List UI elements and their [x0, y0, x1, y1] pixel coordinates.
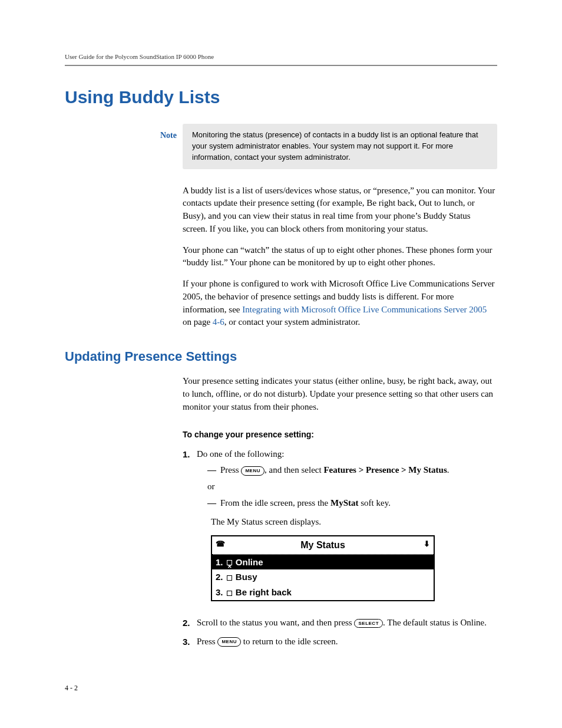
intro-p3-pageref[interactable]: 4-6 [213, 317, 224, 327]
row2-num: 2. [216, 572, 223, 582]
scroll-down-icon: ⬇ [424, 539, 430, 550]
status-row-3: 3. Be right back [212, 585, 434, 600]
select-button-icon: SELECT [354, 619, 383, 628]
step-3-b: to return to the idle screen. [241, 637, 338, 646]
step-1: 1. Do one of the following: — Press MENU… [183, 448, 497, 611]
section-title: Using Buddy Lists [65, 87, 497, 107]
note-box: Note Monitoring the status (presence) of… [183, 124, 497, 169]
step-3-a: Press [197, 637, 217, 646]
row1-num: 1. [216, 557, 223, 567]
intro-p1: A buddy list is a list of users/devices … [183, 185, 497, 236]
header-rule [65, 65, 497, 66]
step-1-opt1: — Press MENU, and then select Features >… [207, 464, 497, 477]
dash-icon: — [207, 464, 220, 477]
menu-button-icon: MENU [217, 637, 241, 647]
intro-p3-link[interactable]: Integrating with Microsoft Office Live C… [242, 305, 487, 314]
opt1-b: , and then select [265, 465, 323, 475]
row1-label: Online [236, 557, 263, 567]
opt2-strong: MyStat [330, 498, 359, 508]
intro-p3b: on page [183, 317, 213, 327]
row3-label: Be right back [236, 587, 292, 597]
opt1-c: . [447, 465, 449, 475]
phone-screen-title-row: ☎ My Status ⬇ [212, 536, 434, 554]
status-row-2: 2. Busy [212, 569, 434, 585]
intro-p3c: , or contact your system administrator. [224, 317, 360, 327]
phone-screen-title: My Status [300, 540, 345, 550]
opt2-a: From the idle screen, press the [220, 498, 330, 508]
step-2: 2. Scroll to the status you want, and th… [183, 617, 497, 630]
step-2-num: 2. [183, 617, 197, 630]
opt1-strong: Features > Presence > My Status [323, 465, 447, 475]
step-2-a: Scroll to the status you want, and then … [197, 618, 354, 627]
intro-p3: If your phone is configured to work with… [183, 278, 497, 329]
dash-icon: — [207, 497, 220, 510]
phone-screen: ☎ My Status ⬇ 1. Online 2. Busy 3. [211, 535, 435, 601]
row3-num: 3. [216, 587, 223, 597]
presence-block: Your presence setting indicates your sta… [183, 375, 497, 648]
step-1-after: The My Status screen displays. [211, 516, 497, 529]
row2-label: Busy [236, 572, 257, 582]
subsection-title: Updating Presence Settings [65, 349, 497, 364]
step-1-num: 1. [183, 448, 197, 611]
step-3: 3. Press MENU to return to the idle scre… [183, 635, 497, 648]
note-label: Note [135, 130, 177, 141]
checkbox-icon [227, 591, 232, 596]
phone-status-icon: ☎ [216, 539, 225, 550]
step-1-opt2: — From the idle screen, press the MyStat… [207, 497, 497, 510]
running-header: User Guide for the Polycom SoundStation … [65, 53, 497, 60]
intro-block: A buddy list is a list of users/devices … [183, 185, 497, 330]
intro-p2: Your phone can “watch” the status of up … [183, 244, 497, 270]
step-2-b: . The default status is Online. [383, 618, 487, 627]
step-1-lead: Do one of the following: [197, 448, 497, 461]
status-row-1: 1. Online [212, 555, 434, 570]
procedure-heading: To change your presence setting: [183, 429, 497, 440]
opt1-a: Press [220, 465, 241, 475]
opt2-b: soft key. [359, 498, 391, 508]
menu-button-icon: MENU [241, 466, 265, 476]
step-1-or: or [207, 480, 497, 493]
page-number: 4 - 2 [65, 684, 78, 693]
step-3-num: 3. [183, 635, 197, 648]
note-text: Monitoring the status (presence) of cont… [192, 130, 488, 163]
presence-intro: Your presence setting indicates your sta… [183, 375, 497, 413]
checkbox-icon [227, 575, 232, 581]
checkbox-icon [227, 560, 232, 565]
